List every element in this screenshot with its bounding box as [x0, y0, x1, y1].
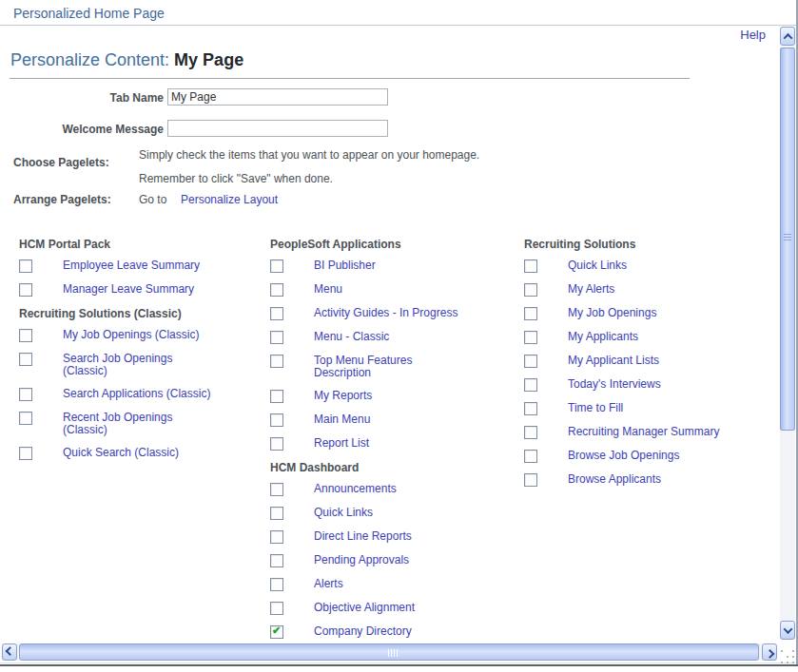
pagelet-checkbox[interactable]	[270, 507, 283, 520]
pagelet-checkbox[interactable]	[270, 602, 283, 615]
pagelet-checkbox[interactable]	[19, 259, 32, 273]
pagelet-section: Recruiting SolutionsQuick LinksMy Alerts…	[524, 238, 773, 487]
pagelet-item-row: My Applicant Lists	[524, 355, 773, 368]
pagelet-checkbox[interactable]	[270, 390, 283, 403]
pagelet-link[interactable]: Alerts	[314, 578, 343, 590]
pagelet-checkbox[interactable]	[19, 283, 32, 297]
pagelet-checkbox[interactable]	[270, 483, 283, 496]
chevron-down-icon	[783, 624, 792, 634]
pagelet-item-row: Quick Search (Classic)	[19, 447, 259, 460]
personalize-layout-link[interactable]: Personalize Layout	[181, 193, 278, 206]
pagelet-link[interactable]: My Job Openings (Classic)	[63, 329, 199, 341]
pagelet-link[interactable]: Announcements	[314, 483, 397, 495]
pagelet-link[interactable]: Search Job Openings(Classic)	[63, 353, 172, 377]
pagelet-link[interactable]: Report List	[314, 437, 369, 450]
pagelet-link[interactable]: Direct Line Reports	[314, 530, 412, 543]
section-heading: PeopleSoft Applications	[270, 238, 513, 251]
pagelet-section: Recruiting Solutions (Classic)My Job Ope…	[19, 307, 259, 460]
pagelet-checkbox[interactable]	[270, 554, 283, 567]
pagelet-link[interactable]: Main Menu	[314, 413, 370, 426]
help-link[interactable]: Help	[740, 28, 766, 42]
pagelet-item-row: Quick Links	[524, 259, 773, 273]
pagelet-link[interactable]: Company Directory	[314, 625, 412, 638]
pagelet-link[interactable]: Pending Approvals	[314, 554, 409, 566]
pagelet-checkbox[interactable]	[270, 331, 283, 344]
pagelet-link[interactable]: Quick Links	[314, 507, 373, 519]
pagelet-link[interactable]: Menu - Classic	[314, 331, 389, 343]
pagelet-checkbox[interactable]	[270, 307, 283, 320]
page-title: Personalize Content:My Page	[10, 50, 243, 70]
pagelet-item-row: My Job Openings	[524, 307, 773, 320]
pagelet-section: PeopleSoft ApplicationsBI PublisherMenuA…	[270, 238, 513, 451]
pagelet-link[interactable]: My Alerts	[568, 283, 614, 296]
horizontal-scrollbar[interactable]	[2, 643, 777, 661]
pagelet-link[interactable]: Manager Leave Summary	[63, 283, 194, 296]
pagelet-link[interactable]: Employee Leave Summary	[63, 259, 200, 272]
pagelet-checkbox[interactable]	[270, 530, 283, 544]
pagelet-link[interactable]: Objective Alignment	[314, 602, 415, 614]
pagelet-checkbox[interactable]	[19, 353, 32, 366]
pagelet-link[interactable]: My Job Openings	[568, 307, 656, 319]
pagelet-checkbox[interactable]	[270, 413, 283, 427]
pagelet-link[interactable]: Time to Fill	[568, 402, 623, 414]
pagelet-item-row: Alerts	[270, 578, 513, 591]
pagelet-item-row: Recruiting Manager Summary	[524, 426, 773, 439]
pagelet-checkbox[interactable]	[270, 578, 283, 591]
pagelet-link[interactable]: My Applicant Lists	[568, 355, 659, 367]
pagelet-link[interactable]: Search Applications (Classic)	[63, 388, 210, 400]
chevron-left-icon	[5, 646, 14, 656]
pagelet-checkbox[interactable]	[524, 331, 537, 344]
pagelet-link[interactable]: Recent Job Openings(Classic)	[63, 412, 172, 436]
scroll-down-button[interactable]	[780, 621, 795, 640]
welcome-message-input[interactable]	[167, 120, 388, 137]
scroll-up-button[interactable]	[780, 27, 795, 46]
pagelet-item-row: My Applicants	[524, 331, 773, 344]
choose-instruction-line2: Remember to click "Save" when done.	[139, 172, 333, 185]
pagelet-link[interactable]: Top Menu FeaturesDescription	[314, 355, 412, 379]
pagelet-item-row: Today's Interviews	[524, 378, 773, 392]
pagelet-checkbox[interactable]	[270, 259, 283, 273]
pagelet-checkbox[interactable]	[524, 426, 537, 439]
pagelet-item-row: My Job Openings (Classic)	[19, 329, 259, 342]
tab-name-input[interactable]	[167, 88, 388, 106]
pagelet-link[interactable]: My Applicants	[568, 331, 638, 343]
pagelet-checkbox[interactable]	[524, 307, 537, 320]
pagelet-link[interactable]: Recruiting Manager Summary	[568, 426, 719, 438]
section-heading: Recruiting Solutions (Classic)	[19, 307, 259, 320]
pagelet-link[interactable]: BI Publisher	[314, 259, 376, 272]
pagelet-checkbox[interactable]	[524, 378, 537, 392]
pagelet-link[interactable]: Activity Guides - In Progress	[314, 307, 457, 319]
pagelet-checkbox-checked[interactable]	[270, 625, 283, 639]
vertical-scrollbar[interactable]	[780, 27, 795, 640]
scroll-left-button[interactable]	[2, 643, 17, 661]
pagelet-checkbox[interactable]	[524, 402, 537, 415]
pagelet-checkbox[interactable]	[524, 450, 537, 463]
resize-grip-icon[interactable]	[781, 650, 783, 652]
pagelet-checkbox[interactable]	[524, 355, 537, 368]
pagelet-link[interactable]: Today's Interviews	[568, 378, 661, 391]
pagelet-checkbox[interactable]	[19, 388, 32, 401]
pagelet-checkbox[interactable]	[524, 473, 537, 487]
welcome-message-label: Welcome Message	[0, 123, 164, 136]
pagelet-checkbox[interactable]	[524, 259, 537, 273]
page-title-value: My Page	[174, 50, 243, 69]
horizontal-scrollbar-thumb[interactable]	[19, 643, 759, 661]
section-heading: HCM Dashboard	[270, 461, 513, 474]
pagelet-checkbox[interactable]	[19, 447, 32, 460]
pagelet-link[interactable]: Menu	[314, 283, 342, 296]
chevron-right-icon	[765, 648, 774, 658]
pagelet-checkbox[interactable]	[270, 437, 283, 451]
vertical-scrollbar-thumb[interactable]	[780, 48, 795, 431]
pagelet-link[interactable]: Quick Search (Classic)	[63, 447, 179, 459]
pagelet-link[interactable]: Browse Applicants	[568, 473, 661, 486]
pagelet-link[interactable]: Quick Links	[568, 259, 627, 272]
status-divider	[0, 662, 796, 663]
pagelet-checkbox[interactable]	[19, 412, 32, 425]
pagelet-link[interactable]: Browse Job Openings	[568, 450, 679, 462]
pagelet-checkbox[interactable]	[19, 329, 32, 342]
scroll-right-button[interactable]	[762, 643, 777, 661]
pagelet-link[interactable]: My Reports	[314, 390, 372, 402]
pagelet-checkbox[interactable]	[524, 283, 537, 297]
pagelet-checkbox[interactable]	[270, 283, 283, 297]
pagelet-checkbox[interactable]	[270, 355, 283, 368]
